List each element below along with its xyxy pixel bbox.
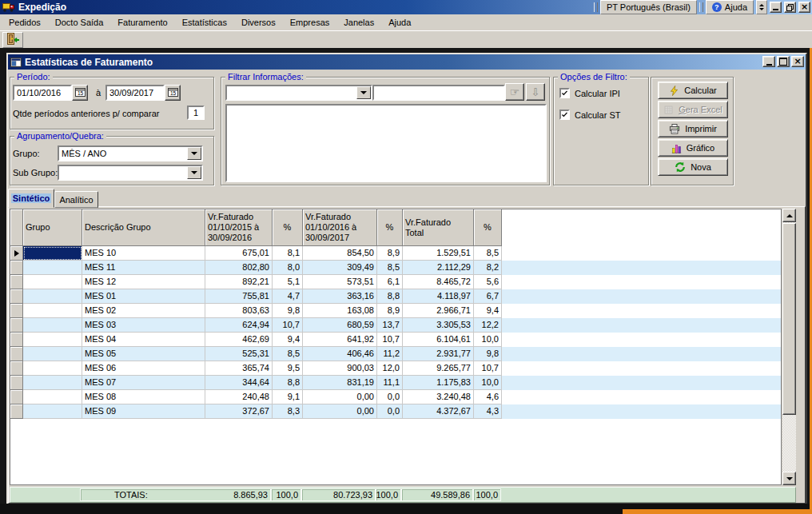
cell[interactable]: MES 12 <box>82 275 205 289</box>
action-button-imprimir[interactable]: Imprimir <box>658 120 728 137</box>
compare-periods-input[interactable] <box>187 106 205 120</box>
action-button-nova[interactable]: Nova <box>658 158 728 176</box>
cell[interactable]: 10,7 <box>273 318 303 333</box>
cell[interactable] <box>23 261 82 275</box>
cell[interactable]: MES 09 <box>82 404 205 419</box>
cell[interactable]: 0,0 <box>377 404 403 419</box>
period-start-input[interactable] <box>13 85 72 101</box>
tab-sintetico[interactable]: Sintético <box>8 189 54 208</box>
cell[interactable]: 680,59 <box>303 318 377 333</box>
dropdown-arrow-icon[interactable] <box>187 166 201 179</box>
cell[interactable]: 4.118,97 <box>403 289 474 304</box>
cell[interactable] <box>23 376 82 390</box>
cell[interactable]: 1.175,83 <box>403 376 474 390</box>
cell[interactable] <box>23 361 82 376</box>
cell[interactable]: 9,4 <box>474 304 502 318</box>
cell[interactable]: 525,31 <box>205 347 273 361</box>
row-indicator[interactable] <box>10 333 23 347</box>
action-button-gera-excel[interactable]: Gera Excel <box>658 101 728 118</box>
table-row[interactable]: MES 08240,489,10,000,03.240,484,6 <box>10 390 781 404</box>
cell[interactable]: 10,7 <box>377 333 403 347</box>
checkbox-calcular-ipi[interactable]: Calcular IPI <box>559 88 620 98</box>
cell[interactable]: MES 04 <box>82 333 205 347</box>
table-row[interactable]: MES 05525,318,5406,4611,22.931,779,8 <box>10 347 781 361</box>
cell[interactable]: 9,1 <box>273 390 303 404</box>
cell[interactable]: 12,2 <box>474 318 502 333</box>
cell[interactable]: 755,81 <box>205 289 273 304</box>
menu-item-pedidos[interactable]: Pedidos <box>2 14 48 30</box>
column-header-0[interactable]: Grupo <box>23 209 82 246</box>
cell[interactable] <box>23 404 82 419</box>
cell[interactable]: 3.240,48 <box>403 390 474 404</box>
cell[interactable]: 240,48 <box>205 390 273 404</box>
menu-item-faturamento[interactable]: Faturamento <box>110 14 174 30</box>
menu-item-docto-saida[interactable]: Docto Saída <box>48 14 111 30</box>
cell[interactable]: 4,3 <box>474 404 502 419</box>
cell[interactable]: 892,21 <box>205 275 273 289</box>
cell[interactable]: 13,7 <box>377 318 403 333</box>
cell[interactable]: MES 11 <box>82 261 205 275</box>
cell[interactable]: 9.265,77 <box>403 361 474 376</box>
cell[interactable]: MES 08 <box>82 390 205 404</box>
menu-item-janelas[interactable]: Janelas <box>336 14 381 30</box>
table-row[interactable]: MES 07344,648,8831,1911,11.175,8310,0 <box>10 376 781 390</box>
column-header-2[interactable]: Vr.Faturado 01/10/2015 à 30/09/2016 <box>205 209 273 246</box>
toolbar-grip[interactable] <box>699 2 703 12</box>
cell[interactable]: 365,74 <box>205 361 273 376</box>
cell[interactable]: 803,63 <box>205 304 273 318</box>
cell[interactable]: 2.966,71 <box>403 304 474 318</box>
cell[interactable]: 8,5 <box>377 261 403 275</box>
table-row[interactable]: MES 11802,808,0309,498,52.112,298,2 <box>10 261 781 275</box>
toolbar-grip[interactable] <box>594 2 598 12</box>
cell[interactable]: 9,8 <box>273 304 303 318</box>
row-indicator[interactable] <box>10 304 23 318</box>
cell[interactable]: 344,64 <box>205 376 273 390</box>
cell[interactable]: 462,69 <box>205 333 273 347</box>
dropdown-arrow-icon[interactable] <box>187 147 201 160</box>
cell[interactable]: 8,0 <box>273 261 303 275</box>
cell[interactable]: 0,00 <box>303 390 377 404</box>
cell[interactable]: 900,03 <box>303 361 377 376</box>
cell[interactable]: 1.529,51 <box>403 246 474 261</box>
cell[interactable]: 9,4 <box>273 333 303 347</box>
period-start-calendar-button[interactable]: 15 <box>72 85 88 101</box>
row-indicator[interactable] <box>10 404 23 419</box>
close-button[interactable]: × <box>798 2 810 13</box>
restore-button[interactable] <box>784 2 796 13</box>
table-row[interactable]: MES 03624,9410,7680,5913,73.305,5312,2 <box>10 318 781 333</box>
cell[interactable]: 8,5 <box>273 347 303 361</box>
table-row[interactable]: MES 10675,018,1854,508,91.529,518,5 <box>10 246 781 261</box>
cell[interactable]: 10,0 <box>474 333 502 347</box>
row-indicator[interactable] <box>10 289 23 304</box>
cell[interactable]: 11,2 <box>377 347 403 361</box>
cell[interactable]: 4,7 <box>273 289 303 304</box>
cell[interactable] <box>23 390 82 404</box>
checkbox-calcular-st[interactable]: Calcular ST <box>559 110 620 120</box>
filter-value-input[interactable] <box>372 85 505 101</box>
row-indicator[interactable] <box>10 347 23 361</box>
cell[interactable]: 2.931,77 <box>403 347 474 361</box>
cell[interactable]: 675,01 <box>205 246 273 261</box>
cell[interactable]: 8,8 <box>273 376 303 390</box>
scroll-down-button[interactable] <box>782 472 796 485</box>
cell[interactable]: 163,08 <box>303 304 377 318</box>
cell[interactable]: 406,46 <box>303 347 377 361</box>
cell[interactable]: MES 10 <box>82 246 205 261</box>
cell[interactable]: 5,1 <box>273 275 303 289</box>
cell[interactable]: MES 01 <box>82 289 205 304</box>
cell[interactable]: 831,19 <box>303 376 377 390</box>
vertical-scrollbar[interactable] <box>782 209 796 485</box>
cell[interactable]: 8,1 <box>273 246 303 261</box>
cell[interactable]: 12,0 <box>377 361 403 376</box>
cell[interactable]: 573,51 <box>303 275 377 289</box>
cell[interactable]: 8,5 <box>474 246 502 261</box>
cell[interactable]: MES 07 <box>82 376 205 390</box>
child-minimize-button[interactable] <box>762 56 775 67</box>
row-indicator[interactable] <box>10 318 23 333</box>
help-button[interactable]: ? Ajuda <box>706 0 754 14</box>
cell[interactable]: 641,92 <box>303 333 377 347</box>
cell[interactable] <box>23 275 82 289</box>
tab-analitico[interactable]: Analítico <box>54 191 98 208</box>
toolbar-chevron[interactable] <box>756 0 767 14</box>
cell[interactable]: 802,80 <box>205 261 273 275</box>
